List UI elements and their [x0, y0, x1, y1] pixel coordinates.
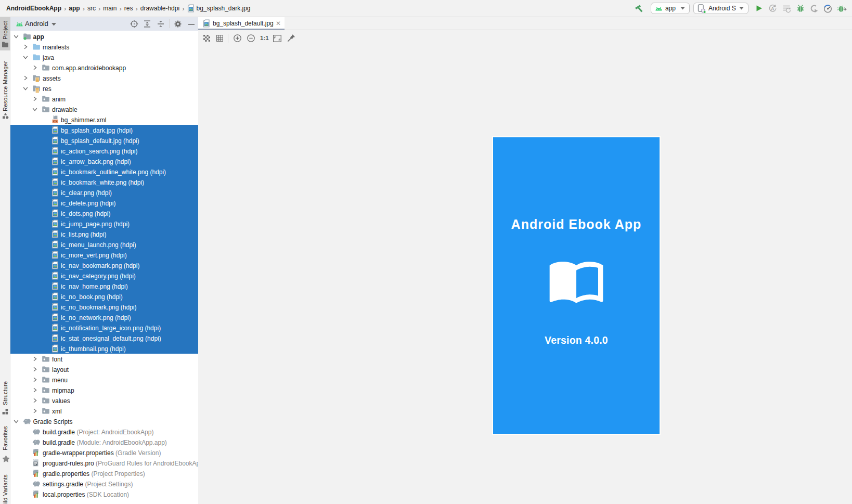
svg-text:A: A [771, 6, 774, 11]
